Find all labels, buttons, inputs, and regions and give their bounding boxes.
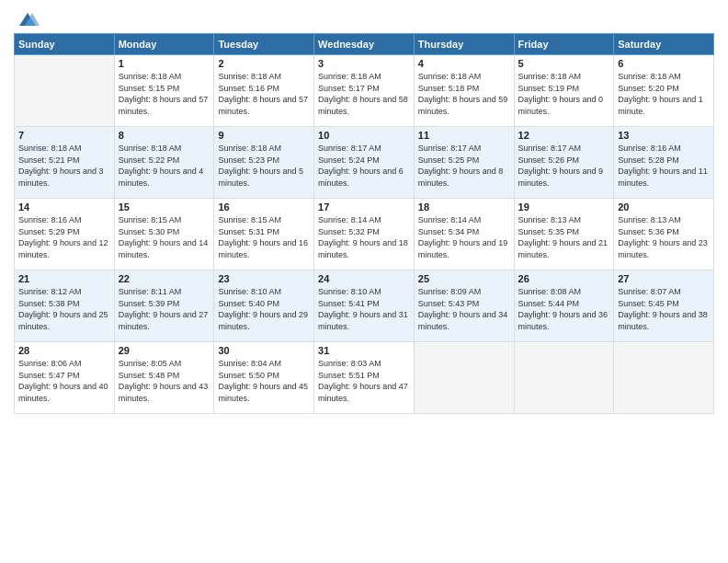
day-number: 9 [218,130,310,141]
day-number: 1 [119,58,210,69]
day-number: 22 [119,273,210,284]
day-cell: 18Sunrise: 8:14 AMSunset: 5:34 PMDayligh… [414,199,514,270]
day-cell: 7Sunrise: 8:18 AMSunset: 5:21 PMDaylight… [15,127,115,199]
day-info: Sunrise: 8:03 AMSunset: 5:51 PMDaylight:… [318,358,410,404]
day-cell: 29Sunrise: 8:05 AMSunset: 5:48 PMDayligh… [114,342,214,414]
col-header-thursday: Thursday [414,34,514,55]
day-info: Sunrise: 8:13 AMSunset: 5:36 PMDaylight:… [618,214,710,260]
header-row: SundayMondayTuesdayWednesdayThursdayFrid… [15,34,714,55]
day-number: 2 [218,58,310,69]
day-number: 11 [418,130,510,141]
day-number: 17 [318,201,410,213]
day-info: Sunrise: 8:18 AMSunset: 5:15 PMDaylight:… [119,71,210,117]
day-info: Sunrise: 8:18 AMSunset: 5:18 PMDaylight:… [418,71,510,117]
col-header-tuesday: Tuesday [214,34,314,55]
day-cell: 1Sunrise: 8:18 AMSunset: 5:15 PMDaylight… [114,55,214,127]
day-number: 16 [218,201,310,213]
day-info: Sunrise: 8:10 AMSunset: 5:40 PMDaylight:… [218,286,310,332]
day-info: Sunrise: 8:11 AMSunset: 5:39 PMDaylight:… [119,286,210,332]
day-cell: 22Sunrise: 8:11 AMSunset: 5:39 PMDayligh… [114,270,214,342]
col-header-wednesday: Wednesday [314,34,415,55]
day-info: Sunrise: 8:18 AMSunset: 5:17 PMDaylight:… [318,71,410,117]
day-cell: 16Sunrise: 8:15 AMSunset: 5:31 PMDayligh… [214,199,314,270]
day-info: Sunrise: 8:10 AMSunset: 5:41 PMDaylight:… [318,286,410,332]
day-cell: 10Sunrise: 8:17 AMSunset: 5:24 PMDayligh… [314,127,415,199]
day-cell: 24Sunrise: 8:10 AMSunset: 5:41 PMDayligh… [314,270,415,342]
day-number: 13 [618,130,710,141]
calendar-page: SundayMondayTuesdayWednesdayThursdayFrid… [0,0,728,563]
day-info: Sunrise: 8:14 AMSunset: 5:34 PMDaylight:… [418,214,510,260]
day-info: Sunrise: 8:18 AMSunset: 5:20 PMDaylight:… [618,71,710,117]
day-cell: 8Sunrise: 8:18 AMSunset: 5:22 PMDaylight… [114,127,214,199]
day-number: 31 [318,345,410,356]
day-info: Sunrise: 8:04 AMSunset: 5:50 PMDaylight:… [218,358,310,404]
day-info: Sunrise: 8:08 AMSunset: 5:44 PMDaylight:… [518,286,610,332]
day-cell: 5Sunrise: 8:18 AMSunset: 5:19 PMDaylight… [514,55,614,127]
day-cell: 14Sunrise: 8:16 AMSunset: 5:29 PMDayligh… [15,199,115,270]
day-cell: 9Sunrise: 8:18 AMSunset: 5:23 PMDaylight… [214,127,314,199]
day-number: 5 [518,58,610,69]
day-number: 28 [18,345,110,356]
day-cell [614,342,714,414]
day-number: 19 [518,201,610,213]
day-cell: 19Sunrise: 8:13 AMSunset: 5:35 PMDayligh… [514,199,614,270]
day-number: 14 [18,201,110,213]
day-number: 30 [218,345,310,356]
day-cell: 3Sunrise: 8:18 AMSunset: 5:17 PMDaylight… [314,55,415,127]
day-info: Sunrise: 8:18 AMSunset: 5:21 PMDaylight:… [18,143,110,189]
day-info: Sunrise: 8:05 AMSunset: 5:48 PMDaylight:… [119,358,210,404]
day-number: 10 [318,130,410,141]
day-number: 6 [618,58,710,69]
day-info: Sunrise: 8:17 AMSunset: 5:26 PMDaylight:… [518,143,610,189]
day-cell: 27Sunrise: 8:07 AMSunset: 5:45 PMDayligh… [614,270,714,342]
week-row-3: 14Sunrise: 8:16 AMSunset: 5:29 PMDayligh… [15,199,714,270]
day-info: Sunrise: 8:07 AMSunset: 5:45 PMDaylight:… [618,286,710,332]
day-cell: 6Sunrise: 8:18 AMSunset: 5:20 PMDaylight… [614,55,714,127]
day-cell [414,342,514,414]
day-info: Sunrise: 8:17 AMSunset: 5:25 PMDaylight:… [418,143,510,189]
day-number: 8 [119,130,210,141]
week-row-2: 7Sunrise: 8:18 AMSunset: 5:21 PMDaylight… [15,127,714,199]
day-number: 18 [418,201,510,213]
day-cell: 2Sunrise: 8:18 AMSunset: 5:16 PMDaylight… [214,55,314,127]
day-info: Sunrise: 8:15 AMSunset: 5:31 PMDaylight:… [218,214,310,260]
col-header-saturday: Saturday [614,34,714,55]
day-cell [514,342,614,414]
day-cell: 31Sunrise: 8:03 AMSunset: 5:51 PMDayligh… [314,342,415,414]
day-cell: 20Sunrise: 8:13 AMSunset: 5:36 PMDayligh… [614,199,714,270]
day-info: Sunrise: 8:06 AMSunset: 5:47 PMDaylight:… [18,358,110,404]
day-info: Sunrise: 8:09 AMSunset: 5:43 PMDaylight:… [418,286,510,332]
day-number: 15 [119,201,210,213]
day-number: 29 [119,345,210,356]
day-number: 25 [418,273,510,284]
day-number: 20 [618,201,710,213]
day-cell: 30Sunrise: 8:04 AMSunset: 5:50 PMDayligh… [214,342,314,414]
week-row-4: 21Sunrise: 8:12 AMSunset: 5:38 PMDayligh… [15,270,714,342]
day-number: 26 [518,273,610,284]
day-info: Sunrise: 8:17 AMSunset: 5:24 PMDaylight:… [318,143,410,189]
week-row-1: 1Sunrise: 8:18 AMSunset: 5:15 PMDaylight… [15,55,714,127]
day-number: 12 [518,130,610,141]
day-number: 3 [318,58,410,69]
calendar-table: SundayMondayTuesdayWednesdayThursdayFrid… [14,33,714,414]
day-cell: 4Sunrise: 8:18 AMSunset: 5:18 PMDaylight… [414,55,514,127]
day-number: 4 [418,58,510,69]
col-header-friday: Friday [514,34,614,55]
day-info: Sunrise: 8:16 AMSunset: 5:29 PMDaylight:… [18,214,110,260]
day-number: 24 [318,273,410,284]
day-number: 21 [18,273,110,284]
day-cell: 12Sunrise: 8:17 AMSunset: 5:26 PMDayligh… [514,127,614,199]
day-cell: 15Sunrise: 8:15 AMSunset: 5:30 PMDayligh… [114,199,214,270]
day-info: Sunrise: 8:15 AMSunset: 5:30 PMDaylight:… [119,214,210,260]
day-number: 23 [218,273,310,284]
day-cell: 23Sunrise: 8:10 AMSunset: 5:40 PMDayligh… [214,270,314,342]
day-info: Sunrise: 8:18 AMSunset: 5:22 PMDaylight:… [119,143,210,189]
col-header-monday: Monday [114,34,214,55]
day-cell: 26Sunrise: 8:08 AMSunset: 5:44 PMDayligh… [514,270,614,342]
day-cell: 11Sunrise: 8:17 AMSunset: 5:25 PMDayligh… [414,127,514,199]
day-number: 27 [618,273,710,284]
day-cell [15,55,115,127]
header [14,9,714,26]
col-header-sunday: Sunday [15,34,115,55]
day-info: Sunrise: 8:14 AMSunset: 5:32 PMDaylight:… [318,214,410,260]
